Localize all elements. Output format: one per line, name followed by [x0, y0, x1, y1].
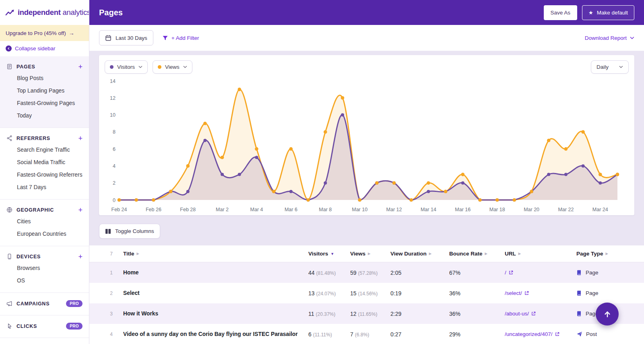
sidebar-item-top-landing-pages[interactable]: Top Landing Pages: [6, 84, 83, 97]
column-header-views[interactable]: Views▶: [350, 251, 390, 257]
devices-icon: [6, 253, 12, 260]
sidebar-item-fastest-growing-pages[interactable]: Fastest-Growing Pages: [6, 97, 83, 109]
visitors-metric-chip[interactable]: Visitors: [105, 60, 148, 74]
sidebar-item-browsers[interactable]: Browsers: [6, 262, 83, 274]
sidebar-section-campaigns: CAMPAIGNSPRO: [0, 293, 89, 315]
add-report-icon[interactable]: +: [78, 254, 83, 260]
sidebar-item-today[interactable]: Today: [6, 109, 83, 122]
external-link-icon: [524, 291, 529, 295]
svg-text:Feb 24: Feb 24: [111, 207, 127, 212]
date-range-button[interactable]: Last 30 Days: [99, 30, 153, 45]
svg-text:Mar 4: Mar 4: [250, 207, 263, 212]
toggle-columns-button[interactable]: Toggle Columns: [99, 224, 160, 239]
page-title: Pages: [99, 8, 539, 17]
pages-table: 7 Title▶ Visitors▼ Views▶ View Duration▶…: [89, 245, 644, 344]
svg-text:Mar 14: Mar 14: [421, 207, 436, 212]
section-label: GEOGRAPHIC: [17, 207, 54, 213]
column-header-page-type[interactable]: Page Type▶: [576, 251, 644, 257]
main-content: Pages Save As ★ Make default Last 30 Day…: [89, 0, 644, 344]
svg-text:Mar 6: Mar 6: [285, 207, 297, 212]
add-filter-label: + Add Filter: [171, 35, 199, 41]
views-metric-chip[interactable]: Views: [153, 60, 192, 74]
visitors-cell: 13(24.07%): [308, 290, 350, 297]
add-report-icon[interactable]: +: [78, 207, 83, 213]
sidebar-section-real-time: REAL-TIMEPRO: [0, 338, 89, 344]
column-header-visitors[interactable]: Visitors▼: [308, 251, 350, 257]
download-report-button[interactable]: Download Report: [585, 35, 634, 41]
view-duration-cell: 2:05: [390, 270, 449, 276]
section-label: PAGES: [17, 64, 35, 70]
sidebar-item-european-countries[interactable]: European Countries: [6, 228, 83, 240]
sidebar-section-head-clicks[interactable]: CLICKSPRO: [6, 320, 83, 332]
sidebar-section-pages: PAGES+Blog PostsTop Landing PagesFastest…: [0, 56, 89, 128]
add-report-icon[interactable]: +: [78, 64, 83, 70]
chevron-down-icon: [619, 66, 623, 68]
svg-text:Mar 22: Mar 22: [558, 207, 574, 212]
url-link[interactable]: /uncategorized/407/: [505, 331, 576, 337]
column-header-url[interactable]: URL▶: [505, 251, 576, 257]
url-link[interactable]: /: [505, 270, 576, 276]
toggle-columns-label: Toggle Columns: [115, 228, 154, 234]
interval-select[interactable]: Daily: [591, 60, 629, 74]
sidebar-section-clicks: CLICKSPRO: [0, 315, 89, 338]
sidebar-item-os[interactable]: OS: [6, 274, 83, 287]
brand-logo[interactable]: independent analytics: [0, 0, 89, 25]
sidebar-item-social-media-traffic[interactable]: Social Media Traffic: [6, 156, 83, 169]
campaigns-icon: [6, 301, 12, 307]
interval-label: Daily: [597, 64, 609, 70]
bounce-rate-cell: 67%: [449, 270, 505, 276]
table-row[interactable]: 2Select13(24.07%)15(14.56%)0:1936%/selec…: [89, 283, 644, 303]
column-header-view-duration[interactable]: View Duration▶: [390, 251, 449, 257]
sort-icon: ▶: [137, 252, 139, 255]
column-header-bounce-rate[interactable]: Bounce Rate▶: [449, 251, 505, 257]
column-header-title[interactable]: Title▶: [123, 251, 308, 257]
chevron-down-icon: [630, 37, 634, 39]
visitors-chip-label: Visitors: [117, 64, 135, 70]
add-report-icon[interactable]: +: [78, 136, 83, 141]
external-link-icon: [555, 332, 559, 336]
sidebar-item-blog-posts[interactable]: Blog Posts: [6, 72, 83, 84]
chevron-down-icon: [183, 66, 187, 68]
upgrade-label: Upgrade to Pro (45% off): [6, 30, 66, 36]
svg-text:Mar 16: Mar 16: [455, 207, 471, 212]
section-label: CLICKS: [17, 323, 37, 329]
url-link[interactable]: /about-us/: [505, 311, 576, 317]
pro-badge: PRO: [66, 323, 83, 330]
app-root: independent analytics Upgrade to Pro (45…: [0, 0, 644, 344]
logo-chart-icon: [5, 9, 15, 16]
sidebar-section-head-pages[interactable]: PAGES+: [6, 61, 83, 72]
table-row[interactable]: 4Video of a sunny day on the Corio Bay f…: [89, 324, 644, 344]
sidebar-item-last-7-days[interactable]: Last 7 Days: [6, 181, 83, 194]
upgrade-to-pro-banner[interactable]: Upgrade to Pro (45% off) →: [0, 25, 89, 41]
make-default-button[interactable]: ★ Make default: [582, 5, 634, 20]
row-number: 2: [89, 290, 123, 296]
page-header: Pages Save As ★ Make default: [89, 0, 644, 25]
sidebar-item-cities[interactable]: Cities: [6, 215, 83, 228]
row-number: 4: [89, 332, 123, 337]
svg-text:Feb 28: Feb 28: [180, 207, 196, 212]
save-as-button[interactable]: Save As: [544, 5, 578, 20]
table-row[interactable]: 3How it Works11(20.37%)12(11.65%)2:2936%…: [89, 303, 644, 324]
sidebar-section-head-referrers[interactable]: REFERRERS+: [6, 133, 83, 144]
chevron-down-icon: [138, 66, 142, 68]
collapse-sidebar-button[interactable]: Collapse sidebar: [0, 41, 89, 56]
sidebar-item-fastest-growing-referrers[interactable]: Fastest-Growing Referrers: [6, 169, 83, 181]
visitors-cell: 11(20.37%): [308, 311, 350, 317]
sidebar-section-head-geographic[interactable]: GEOGRAPHIC+: [6, 204, 83, 215]
sort-icon: ▶: [429, 252, 431, 255]
sidebar-section-head-campaigns[interactable]: CAMPAIGNSPRO: [6, 298, 83, 309]
scroll-to-top-button[interactable]: [596, 303, 619, 325]
add-filter-button[interactable]: + Add Filter: [162, 35, 199, 41]
bounce-rate-cell: 36%: [449, 311, 505, 317]
row-count: 7: [89, 251, 123, 257]
sidebar-item-search-engine-traffic[interactable]: Search Engine Traffic: [6, 144, 83, 156]
star-icon: ★: [588, 10, 593, 15]
table-row[interactable]: 1Home44(81.48%)59(57.28%)2:0567%/Page: [89, 262, 644, 283]
sidebar-section-devices: DEVICES+BrowsersOS: [0, 246, 89, 293]
date-range-label: Last 30 Days: [116, 35, 147, 41]
sidebar-section-head-devices[interactable]: DEVICES+: [6, 251, 83, 262]
url-link[interactable]: /select/: [505, 290, 576, 296]
toggle-columns-row: Toggle Columns: [89, 215, 644, 245]
views-cell: 59(57.28%): [350, 270, 390, 276]
page-icon: [576, 270, 582, 276]
